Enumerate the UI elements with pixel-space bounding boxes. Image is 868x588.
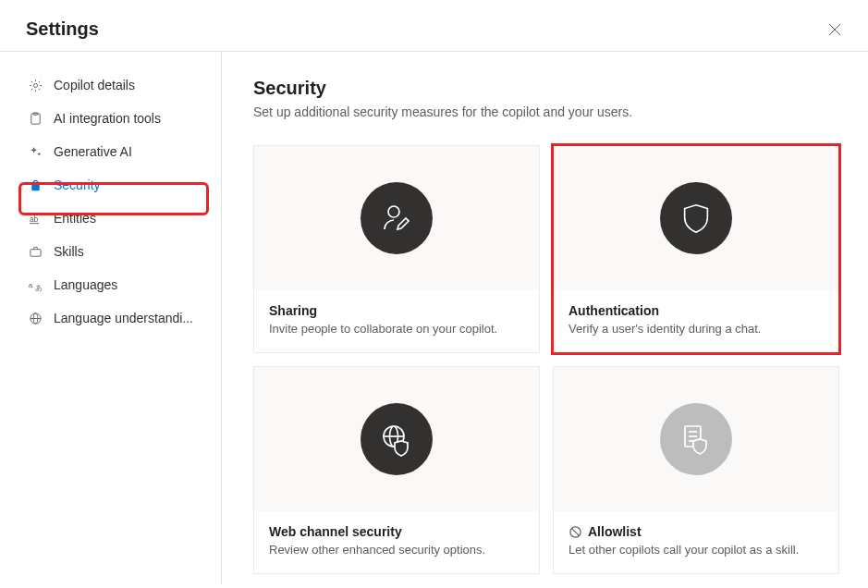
sidebar-item-languages[interactable]: aあ Languages [0, 268, 221, 301]
sidebar-item-label: Copilot details [54, 78, 135, 92]
card-title: Sharing [269, 303, 524, 318]
sidebar-item-label: Entities [54, 211, 96, 226]
languages-icon: aあ [28, 277, 43, 292]
card-bottom: Sharing Invite people to collaborate on … [254, 290, 539, 352]
security-cards: Sharing Invite people to collaborate on … [253, 145, 842, 574]
svg-line-21 [572, 528, 580, 535]
sidebar-item-ai-integration[interactable]: AI integration tools [0, 102, 221, 135]
svg-point-0 [33, 83, 37, 87]
card-title: Web channel security [269, 524, 524, 539]
sidebar-item-label: Languages [54, 277, 117, 292]
svg-point-12 [388, 206, 399, 217]
card-allowlist[interactable]: Allowlist Let other copilots call your c… [553, 366, 839, 574]
card-top [554, 367, 838, 511]
card-authentication[interactable]: Authentication Verify a user's identity … [553, 145, 839, 353]
svg-rect-3 [31, 184, 39, 190]
sidebar-item-generative-ai[interactable]: Generative AI [0, 135, 221, 168]
card-sharing[interactable]: Sharing Invite people to collaborate on … [253, 145, 540, 353]
card-bottom: Allowlist Let other copilots call your c… [554, 511, 838, 573]
settings-header: Settings [0, 0, 868, 52]
page-title: Security [253, 78, 842, 99]
sidebar-item-label: Language understandi... [54, 311, 193, 325]
card-top [254, 367, 539, 511]
svg-text:a: a [29, 281, 33, 289]
shield-icon [679, 201, 714, 236]
settings-content: Security Set up additional security meas… [222, 52, 868, 584]
person-edit-icon [378, 200, 415, 237]
page-subtitle: Set up additional security measures for … [253, 104, 842, 119]
close-icon [828, 23, 841, 36]
card-bottom: Web channel security Review other enhanc… [254, 511, 539, 573]
globe-icon [28, 311, 43, 325]
sparkle-icon [28, 144, 43, 159]
card-desc: Review other enhanced security options. [269, 543, 524, 557]
sidebar-item-security[interactable]: Security [0, 168, 221, 202]
settings-sidebar: Copilot details AI integration tools Gen… [0, 52, 222, 584]
card-icon-circle [660, 403, 732, 475]
card-icon-circle [361, 403, 433, 475]
card-title: Authentication [568, 303, 824, 318]
card-icon-circle [660, 182, 732, 254]
entities-icon: ab [28, 211, 43, 226]
close-button[interactable] [827, 22, 842, 37]
card-icon-circle [361, 182, 433, 254]
globe-shield-icon [378, 421, 415, 458]
card-top [254, 146, 539, 290]
sidebar-item-copilot-details[interactable]: Copilot details [0, 68, 221, 102]
svg-rect-6 [30, 249, 40, 256]
card-desc: Verify a user's identity during a chat. [568, 322, 824, 336]
sidebar-item-language-understanding[interactable]: Language understandi... [0, 301, 221, 335]
card-web-channel-security[interactable]: Web channel security Review other enhanc… [253, 366, 540, 574]
card-title-text: Allowlist [588, 524, 642, 539]
svg-text:あ: あ [34, 284, 42, 292]
sidebar-item-label: AI integration tools [54, 111, 161, 126]
briefcase-icon [28, 244, 43, 259]
card-desc: Invite people to collaborate on your cop… [269, 322, 524, 336]
sidebar-item-skills[interactable]: Skills [0, 235, 221, 268]
list-shield-icon [678, 421, 715, 458]
sidebar-item-entities[interactable]: ab Entities [0, 202, 221, 235]
card-top [554, 146, 838, 290]
svg-text:ab: ab [29, 214, 38, 224]
card-title: Allowlist [568, 524, 824, 539]
card-desc: Let other copilots call your copilot as … [568, 543, 824, 557]
prohibit-icon [568, 525, 582, 539]
sidebar-item-label: Security [54, 178, 101, 192]
sidebar-item-label: Generative AI [54, 144, 132, 159]
lock-icon [28, 178, 43, 192]
clipboard-icon [28, 111, 43, 126]
sidebar-item-label: Skills [54, 244, 84, 259]
gear-icon [28, 78, 43, 92]
settings-title: Settings [26, 18, 99, 40]
card-bottom: Authentication Verify a user's identity … [554, 290, 838, 352]
